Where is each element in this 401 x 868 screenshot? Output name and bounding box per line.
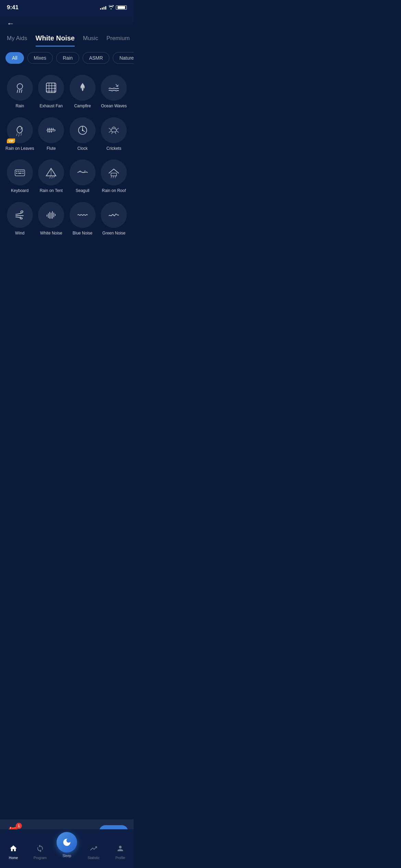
sound-rain-on-roof-icon: [101, 159, 127, 185]
filter-rain[interactable]: Rain: [56, 52, 79, 64]
svg-line-33: [112, 132, 112, 134]
sound-rain-on-tent[interactable]: Rain on Tent: [36, 155, 67, 198]
svg-rect-42: [22, 173, 24, 174]
svg-point-0: [17, 84, 23, 89]
svg-rect-18: [51, 128, 52, 130]
battery-icon: [116, 5, 127, 10]
svg-line-34: [115, 132, 116, 134]
svg-rect-36: [16, 171, 17, 172]
svg-line-12: [16, 134, 17, 136]
sound-wind-icon: [7, 202, 33, 228]
sound-rain-on-tent-icon: [38, 159, 64, 185]
svg-rect-21: [49, 131, 50, 133]
sound-ocean-waves-label: Ocean Waves: [101, 104, 127, 109]
sound-green-noise-label: Green Noise: [102, 231, 125, 236]
svg-rect-37: [18, 171, 20, 172]
svg-rect-22: [51, 131, 52, 133]
sound-flute[interactable]: Flute: [36, 113, 67, 156]
svg-line-44: [50, 177, 50, 178]
tab-white-noise[interactable]: White Noise: [36, 34, 75, 47]
filter-nature[interactable]: Nature: [113, 52, 134, 64]
content-area: Rain Exhaust Fan: [0, 68, 134, 311]
sound-rain-on-roof-label: Rain on Roof: [102, 188, 126, 194]
sound-exhaust-fan[interactable]: Exhaust Fan: [36, 71, 67, 113]
svg-line-3: [21, 90, 22, 93]
sound-rain-label: Rain: [15, 104, 24, 109]
svg-line-31: [117, 128, 119, 130]
sound-rain-on-leaves[interactable]: VIP Rain on Leaves: [4, 113, 36, 156]
svg-point-28: [111, 129, 117, 132]
svg-line-1: [17, 90, 18, 93]
sound-white-noise[interactable]: White Noise: [36, 198, 67, 240]
sound-green-noise-icon: [101, 202, 127, 228]
tab-my-aids[interactable]: My Aids: [7, 35, 27, 46]
sound-crickets-icon: [101, 117, 127, 143]
svg-point-26: [82, 130, 83, 131]
svg-rect-41: [18, 173, 22, 174]
sound-seagull-icon: [70, 159, 96, 185]
svg-rect-17: [49, 128, 50, 130]
sound-seagull[interactable]: Seagull: [67, 155, 98, 198]
status-icons: [100, 5, 127, 10]
header: ←: [0, 14, 134, 31]
sound-keyboard-icon: [7, 159, 33, 185]
sound-ocean-waves[interactable]: Ocean Waves: [98, 71, 130, 113]
svg-rect-19: [53, 128, 53, 130]
sound-flute-icon: [38, 117, 64, 143]
filter-all[interactable]: All: [5, 52, 24, 64]
svg-line-32: [117, 131, 119, 132]
sound-white-noise-label: White Noise: [40, 231, 62, 236]
sound-clock[interactable]: Clock: [67, 113, 98, 156]
svg-line-49: [113, 176, 114, 178]
sound-rain-icon: [7, 75, 33, 101]
svg-line-48: [111, 176, 112, 178]
back-button[interactable]: ←: [7, 16, 14, 31]
sound-campfire-label: Campfire: [74, 104, 91, 109]
sound-rain-on-leaves-icon: VIP: [7, 117, 33, 143]
sound-rain-on-tent-label: Rain on Tent: [40, 188, 63, 194]
vip-badge: VIP: [7, 138, 15, 143]
filter-chips: All Mixes Rain ASMR Nature Anime: [0, 47, 134, 68]
svg-line-30: [109, 131, 111, 132]
sound-rain-on-leaves-label: Rain on Leaves: [5, 146, 34, 152]
sound-crickets-label: Crickets: [107, 146, 121, 152]
svg-rect-20: [48, 131, 48, 133]
sound-wind-label: Wind: [15, 231, 24, 236]
sound-wind[interactable]: Wind: [4, 198, 36, 240]
status-bar: 9:41: [0, 0, 134, 14]
signal-icon: [100, 5, 106, 10]
sound-green-noise[interactable]: Green Noise: [98, 198, 130, 240]
svg-rect-40: [16, 173, 17, 174]
status-time: 9:41: [7, 4, 19, 11]
svg-line-45: [52, 177, 52, 178]
svg-rect-38: [20, 171, 22, 172]
sound-blue-noise-icon: [70, 202, 96, 228]
sound-clock-label: Clock: [77, 146, 88, 152]
filter-asmr[interactable]: ASMR: [83, 52, 109, 64]
sound-keyboard[interactable]: Keyboard: [4, 155, 36, 198]
svg-point-27: [82, 126, 83, 127]
svg-rect-16: [48, 128, 48, 130]
filter-mixes[interactable]: Mixes: [27, 52, 53, 64]
sound-campfire-icon: [70, 75, 96, 101]
sound-grid: Rain Exhaust Fan: [0, 68, 134, 243]
sound-blue-noise[interactable]: Blue Noise: [67, 198, 98, 240]
svg-line-13: [19, 134, 19, 136]
sound-exhaust-fan-label: Exhaust Fan: [40, 104, 63, 109]
sound-ocean-waves-icon: [101, 75, 127, 101]
sound-clock-icon: [70, 117, 96, 143]
sound-exhaust-fan-icon: [38, 75, 64, 101]
tab-premium[interactable]: Premium: [106, 35, 130, 46]
sound-campfire[interactable]: Campfire: [67, 71, 98, 113]
svg-line-2: [19, 90, 20, 93]
sound-seagull-label: Seagull: [76, 188, 89, 194]
svg-rect-47: [111, 173, 117, 176]
nav-tabs: My Aids White Noise Music Premium: [0, 31, 134, 47]
sound-crickets[interactable]: Crickets: [98, 113, 130, 156]
sound-rain[interactable]: Rain: [4, 71, 36, 113]
tab-music[interactable]: Music: [83, 35, 98, 46]
sound-flute-label: Flute: [47, 146, 56, 152]
svg-line-14: [21, 133, 22, 135]
sound-keyboard-label: Keyboard: [11, 188, 28, 194]
sound-rain-on-roof[interactable]: Rain on Roof: [98, 155, 130, 198]
